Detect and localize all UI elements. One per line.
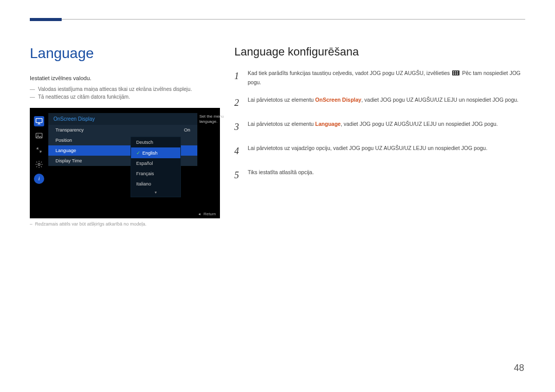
section-heading-config: Language konfigurēšana (234, 45, 525, 59)
step-number: 2 (234, 96, 242, 110)
gear-icon (34, 159, 44, 170)
submenu-espanol[interactable]: Español (131, 158, 180, 169)
svg-point-3 (38, 163, 40, 165)
check-icon: ✓ (136, 150, 140, 156)
picture-icon (34, 130, 44, 141)
submenu-more-arrow-icon[interactable]: ▾ (131, 189, 180, 197)
keyword-language: Language (315, 121, 341, 127)
header-accent-bar (30, 18, 62, 21)
image-footnote: Redzamais attēls var būt atšķirīgs atkar… (30, 221, 220, 227)
step-number: 5 (234, 168, 242, 183)
note-line-2: Tā neattiecas uz citām datora funkcijām. (30, 94, 220, 100)
osd-sidebar: i (30, 113, 48, 184)
intro-text: Iestatiet izvēlnes valodu. (30, 75, 220, 81)
svg-rect-0 (36, 119, 42, 123)
monitor-icon (34, 116, 44, 126)
step-number: 3 (234, 120, 242, 135)
osd-footer: ◂ Return (198, 212, 216, 216)
step-1: 1 Kad tiek parādīts funkcijas taustiņu c… (234, 69, 525, 86)
svg-text:i: i (39, 176, 40, 181)
osd-help-text: Set the menu language. (199, 114, 229, 125)
osd-screenshot: i OnScreen Display Transparency On Posit… (30, 108, 220, 218)
submenu-italiano[interactable]: Italiano (131, 179, 180, 189)
menu-grid-icon (452, 69, 459, 78)
page-number: 48 (514, 363, 524, 374)
resize-icon (34, 145, 44, 155)
osd-title: OnScreen Display (48, 113, 197, 125)
svg-rect-9 (457, 71, 458, 72)
svg-rect-6 (452, 70, 459, 75)
svg-rect-11 (455, 73, 456, 74)
step-3: 3 Lai pārvietotos uz elementu Language, … (234, 120, 525, 135)
osd-row-transparency[interactable]: Transparency On (48, 125, 197, 135)
svg-rect-7 (453, 71, 454, 72)
return-arrow-icon[interactable]: ◂ (198, 212, 200, 216)
step-5: 5 Tiks iestatīta atlasītā opcija. (234, 168, 525, 183)
keyword-onscreen-display: OnScreen Display (315, 97, 361, 103)
osd-language-submenu: Deutsch ✓English Español Français Italia… (131, 137, 181, 197)
step-number: 4 (234, 144, 242, 159)
svg-rect-8 (455, 71, 456, 72)
submenu-francais[interactable]: Français (131, 169, 180, 179)
submenu-deutsch[interactable]: Deutsch (131, 137, 180, 147)
svg-point-2 (38, 135, 39, 136)
submenu-english[interactable]: ✓English (131, 147, 180, 158)
svg-rect-10 (453, 73, 454, 74)
svg-rect-12 (457, 73, 458, 74)
note-line-1: Valodas iestatījuma maiņa attiecas tikai… (30, 86, 220, 92)
section-heading-language: Language (30, 45, 220, 62)
header-rule (30, 19, 525, 20)
info-icon: i (34, 174, 44, 184)
step-2: 2 Lai pārvietotos uz elementu OnScreen D… (234, 96, 525, 110)
step-4: 4 Lai pārvietotos uz vajadzīgo opciju, v… (234, 144, 525, 159)
step-number: 1 (234, 69, 242, 86)
return-label[interactable]: Return (203, 212, 216, 216)
